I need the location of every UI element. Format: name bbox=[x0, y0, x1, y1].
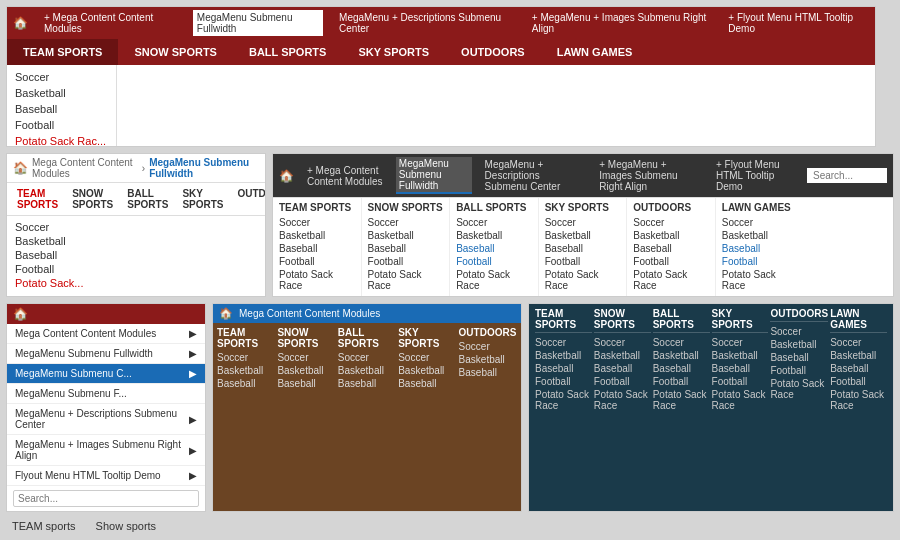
mc-snow-bball[interactable]: Basketball bbox=[368, 229, 444, 242]
p6-sky-foot[interactable]: Football bbox=[712, 375, 769, 388]
p5-team-base[interactable]: Baseball bbox=[217, 377, 275, 390]
mc-lawn-foot[interactable]: Football bbox=[722, 255, 799, 268]
mc-ball-base[interactable]: Baseball bbox=[456, 242, 532, 255]
p4-item-2[interactable]: MegaMenu Submenu Fullwidth ▶ bbox=[7, 344, 205, 364]
p6-out-foot[interactable]: Football bbox=[770, 364, 828, 377]
mc-sky-potato[interactable]: Potato Sack Race bbox=[545, 268, 621, 292]
p5-out-soccer[interactable]: Soccer bbox=[459, 340, 517, 353]
p6-sky-potato[interactable]: Potato Sack Race bbox=[712, 388, 769, 412]
mega-link-3[interactable]: MegaMenu + Descriptions Submenu Center bbox=[482, 158, 587, 193]
p6-out-potato[interactable]: Potato Sack Race bbox=[770, 377, 828, 401]
mc-out-foot[interactable]: Football bbox=[633, 255, 709, 268]
p5-sky-bball[interactable]: Basketball bbox=[398, 364, 456, 377]
p6-lawn-bball[interactable]: Basketball bbox=[830, 349, 887, 362]
p6-ball-bball[interactable]: Basketball bbox=[653, 349, 710, 362]
p5-out-bball[interactable]: Basketball bbox=[459, 353, 517, 366]
mc-sky-bball[interactable]: Basketball bbox=[545, 229, 621, 242]
mc-lawn-bball[interactable]: Basketball bbox=[722, 229, 799, 242]
p6-team-base[interactable]: Baseball bbox=[535, 362, 592, 375]
mc-snow-soccer[interactable]: Soccer bbox=[368, 216, 444, 229]
p6-ball-base[interactable]: Baseball bbox=[653, 362, 710, 375]
mc-snow-base[interactable]: Baseball bbox=[368, 242, 444, 255]
p6-snow-potato[interactable]: Potato Sack Race bbox=[594, 388, 651, 412]
nav-snow-sports[interactable]: SNOW SPORTS bbox=[118, 39, 233, 65]
p2-soccer[interactable]: Soccer bbox=[15, 220, 257, 234]
mc-out-soccer[interactable]: Soccer bbox=[633, 216, 709, 229]
p2-potato[interactable]: Potato Sack... bbox=[15, 276, 257, 290]
p4-item-4[interactable]: MegaMenu Submenu F... bbox=[7, 384, 205, 404]
mc-lawn-soccer[interactable]: Soccer bbox=[722, 216, 799, 229]
p6-out-bball[interactable]: Basketball bbox=[770, 338, 828, 351]
p6-sky-bball[interactable]: Basketball bbox=[712, 349, 769, 362]
mega-link-5[interactable]: + Flyout Menu HTML Tooltip Demo bbox=[713, 158, 797, 193]
p5-snow-base[interactable]: Baseball bbox=[277, 377, 335, 390]
nav-lawn-games[interactable]: LAWN GAMES bbox=[541, 39, 649, 65]
p6-lawn-soccer[interactable]: Soccer bbox=[830, 336, 887, 349]
p6-team-foot[interactable]: Football bbox=[535, 375, 592, 388]
p6-snow-soccer[interactable]: Soccer bbox=[594, 336, 651, 349]
p4-item-1[interactable]: Mega Content Content Modules ▶ bbox=[7, 324, 205, 344]
mega-link-4[interactable]: + MegaMenu + Images Submenu Right Align bbox=[596, 158, 703, 193]
sidebar-basketball[interactable]: Basketball bbox=[15, 85, 108, 101]
sidebar-baseball[interactable]: Baseball bbox=[15, 101, 108, 117]
mc-lawn-base[interactable]: Baseball bbox=[722, 242, 799, 255]
sidebar-soccer[interactable]: Soccer bbox=[15, 69, 108, 85]
mc-team-soccer[interactable]: Soccer bbox=[279, 216, 355, 229]
p6-team-bball[interactable]: Basketball bbox=[535, 349, 592, 362]
p2-football[interactable]: Football bbox=[15, 262, 257, 276]
mc-out-potato[interactable]: Potato Sack Race bbox=[633, 268, 709, 292]
p5-sky-base[interactable]: Baseball bbox=[398, 377, 456, 390]
nav-ball-sports[interactable]: BALL SPORTS bbox=[233, 39, 342, 65]
mega-link-2[interactable]: MegaMenu Submenu Fullwidth bbox=[396, 157, 472, 194]
mc-out-bball[interactable]: Basketball bbox=[633, 229, 709, 242]
p4-item-3[interactable]: MegaMemu Submenu C... ▶ bbox=[7, 364, 205, 384]
topbar-link-3[interactable]: MegaMenu + Descriptions Submenu Center bbox=[335, 10, 516, 36]
p4-item-5[interactable]: MegaMenu + Descriptions Submenu Center ▶ bbox=[7, 404, 205, 435]
p4-item-7[interactable]: Flyout Menu HTML Tooltip Demo ▶ bbox=[7, 466, 205, 486]
p6-lawn-foot[interactable]: Football bbox=[830, 375, 887, 388]
mc-ball-soccer[interactable]: Soccer bbox=[456, 216, 532, 229]
p6-snow-base[interactable]: Baseball bbox=[594, 362, 651, 375]
sidebar-potato[interactable]: Potato Sack Rac... bbox=[15, 133, 108, 147]
mc-snow-foot[interactable]: Football bbox=[368, 255, 444, 268]
p6-lawn-potato[interactable]: Potato Sack Race bbox=[830, 388, 887, 412]
sidebar-football[interactable]: Football bbox=[15, 117, 108, 133]
p6-sky-soccer[interactable]: Soccer bbox=[712, 336, 769, 349]
p6-ball-foot[interactable]: Football bbox=[653, 375, 710, 388]
nav-sky-sports[interactable]: SKY SPORTS bbox=[342, 39, 445, 65]
topbar-link-4[interactable]: + MegaMenu + Images Submenu Right Align bbox=[528, 10, 712, 36]
bc-link-2[interactable]: MegaMenu Submenu Fullwidth bbox=[149, 157, 259, 179]
p4-item-6[interactable]: MegaMenu + Images Submenu Right Align ▶ bbox=[7, 435, 205, 466]
nav-outdoors[interactable]: OUTDOORS bbox=[445, 39, 541, 65]
p4-search-input[interactable] bbox=[13, 490, 199, 507]
p5-out-base[interactable]: Baseball bbox=[459, 366, 517, 379]
subnav-sky[interactable]: SKY SPORTS bbox=[176, 185, 229, 213]
p6-out-soccer[interactable]: Soccer bbox=[770, 325, 828, 338]
mega-search-input[interactable] bbox=[807, 168, 887, 183]
p5-ball-base[interactable]: Baseball bbox=[338, 377, 396, 390]
nav-team-sports[interactable]: TEAM SPORTS bbox=[7, 39, 118, 65]
mc-ball-potato[interactable]: Potato Sack Race bbox=[456, 268, 532, 292]
p5-ball-bball[interactable]: Basketball bbox=[338, 364, 396, 377]
mc-team-foot[interactable]: Football bbox=[279, 255, 355, 268]
mc-lawn-potato[interactable]: Potato Sack Race bbox=[722, 268, 799, 292]
subnav-team[interactable]: TEAM SPORTS bbox=[11, 185, 64, 213]
p6-team-soccer[interactable]: Soccer bbox=[535, 336, 592, 349]
p5-snow-soccer[interactable]: Soccer bbox=[277, 351, 335, 364]
mc-sky-foot[interactable]: Football bbox=[545, 255, 621, 268]
mc-team-bball[interactable]: Basketball bbox=[279, 229, 355, 242]
mc-team-potato[interactable]: Potato Sack Race bbox=[279, 268, 355, 292]
topbar-link-2[interactable]: MegaMenu Submenu Fullwidth bbox=[193, 10, 323, 36]
p5-ball-soccer[interactable]: Soccer bbox=[338, 351, 396, 364]
bc-link-1[interactable]: Mega Content Content Modules bbox=[32, 157, 138, 179]
p5-team-soccer[interactable]: Soccer bbox=[217, 351, 275, 364]
p5-sky-soccer[interactable]: Soccer bbox=[398, 351, 456, 364]
p6-snow-foot[interactable]: Football bbox=[594, 375, 651, 388]
p2-basketball[interactable]: Basketball bbox=[15, 234, 257, 248]
mc-snow-potato[interactable]: Potato Sack Race bbox=[368, 268, 444, 292]
mc-ball-foot[interactable]: Football bbox=[456, 255, 532, 268]
mega-link-1[interactable]: + Mega Content Content Modules bbox=[304, 164, 386, 188]
p5-team-bball[interactable]: Basketball bbox=[217, 364, 275, 377]
p6-out-base[interactable]: Baseball bbox=[770, 351, 828, 364]
p6-team-potato[interactable]: Potato Sack Race bbox=[535, 388, 592, 412]
